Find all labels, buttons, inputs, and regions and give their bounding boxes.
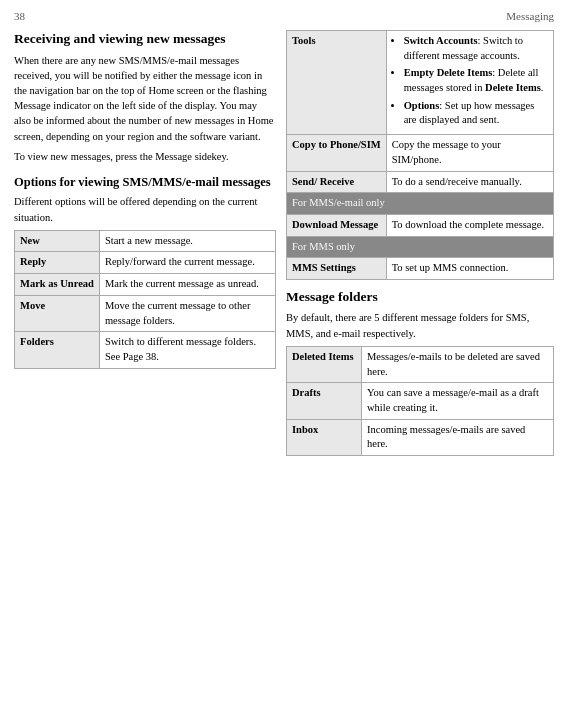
table-row: For MMS only [287,236,554,258]
table-cell-value: Switch Accounts: Switch to different mes… [386,31,553,135]
section-label: For MMS/e-mail only [287,193,554,215]
table-row: MMS SettingsTo set up MMS connection. [287,258,554,280]
table-row: ReplyReply/forward the current message. [15,252,276,274]
table-cell-value: Messages/e-mails to be deleted are saved… [362,346,554,382]
table-cell-value: Start a new message. [99,230,275,252]
page-number: 38 [14,10,25,22]
table-cell-value: To download the complete message. [386,214,553,236]
table-cell-key: Copy to Phone/SIM [287,135,387,171]
section-label: For MMS only [287,236,554,258]
section1-body2: To view new messages, press the Message … [14,149,276,164]
table-cell-key: Reply [15,252,100,274]
tools-table: ToolsSwitch Accounts: Switch to differen… [286,30,554,280]
table-row: FoldersSwitch to different message folde… [15,332,276,368]
table-row: NewStart a new message. [15,230,276,252]
message-folders-body: By default, there are 5 different messag… [286,310,554,340]
table-row: Download MessageTo download the complete… [287,214,554,236]
table-row: ToolsSwitch Accounts: Switch to differen… [287,31,554,135]
message-folders-section: Message folders By default, there are 5 … [286,288,554,456]
table-cell-value: To set up MMS connection. [386,258,553,280]
table-cell-value: Switch to different message folders. See… [99,332,275,368]
table-cell-value: To do a send/receive manually. [386,171,553,193]
left-column: Receiving and viewing new messages When … [14,30,276,464]
table-cell-value: Mark the current message as unread. [99,274,275,296]
section2-body: Different options will be offered depend… [14,194,276,224]
table-cell-key: Download Message [287,214,387,236]
table-cell-key: Move [15,295,100,331]
table-cell-value: You can save a message/e-mail as a draft… [362,383,554,419]
table-cell-value: Move the current message to other messag… [99,295,275,331]
table-cell-key: MMS Settings [287,258,387,280]
options-table: NewStart a new message.ReplyReply/forwar… [14,230,276,369]
table-cell-value: Copy the message to your SIM/phone. [386,135,553,171]
table-cell-key: Tools [287,31,387,135]
right-column: ToolsSwitch Accounts: Switch to differen… [286,30,554,464]
message-folders-title: Message folders [286,288,554,306]
table-cell-key: Send/ Receive [287,171,387,193]
table-row: Send/ ReceiveTo do a send/receive manual… [287,171,554,193]
table-cell-key: Deleted Items [287,346,362,382]
table-cell-value: Reply/forward the current message. [99,252,275,274]
page-header: 38 Messaging [14,10,554,22]
folders-table: Deleted ItemsMessages/e-mails to be dele… [286,346,554,456]
table-cell-key: Inbox [287,419,362,455]
table-cell-key: Folders [15,332,100,368]
table-row: Mark as UnreadMark the current message a… [15,274,276,296]
table-cell-key: New [15,230,100,252]
chapter-title: Messaging [506,10,554,22]
table-row: InboxIncoming messages/e-mails are saved… [287,419,554,455]
table-row: MoveMove the current message to other me… [15,295,276,331]
table-row: For MMS/e-mail only [287,193,554,215]
table-row: DraftsYou can save a message/e-mail as a… [287,383,554,419]
section2-title: Options for viewing SMS/MMS/e-mail messa… [14,174,276,190]
table-row: Deleted ItemsMessages/e-mails to be dele… [287,346,554,382]
table-row: Copy to Phone/SIMCopy the message to you… [287,135,554,171]
section1-body: When there are any new SMS/MMS/e-mail me… [14,53,276,144]
section1-title: Receiving and viewing new messages [14,30,276,48]
table-cell-value: Incoming messages/e-mails are saved here… [362,419,554,455]
table-cell-key: Drafts [287,383,362,419]
table-cell-key: Mark as Unread [15,274,100,296]
